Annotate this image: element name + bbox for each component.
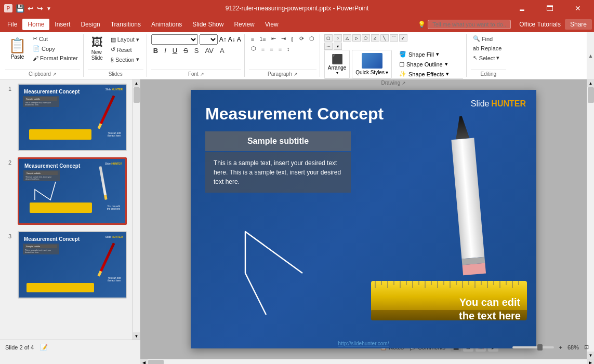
quick-access-redo[interactable]: ↪ bbox=[37, 4, 43, 12]
menu-file[interactable]: File bbox=[2, 19, 22, 30]
new-slide-button[interactable]: 🖼 NewSlide bbox=[88, 34, 107, 62]
copy-button[interactable]: 📄 Copy bbox=[31, 44, 80, 53]
bullets-button[interactable]: ≡ bbox=[249, 34, 256, 43]
slide-url[interactable]: http://slidehunter.com/ bbox=[191, 341, 536, 346]
slide-thumb-2[interactable]: 2 Measurement Concept Slide HUNTER Sampl… bbox=[0, 153, 133, 227]
format-painter-button[interactable]: 🖌 Format Painter bbox=[31, 54, 80, 62]
italic-button[interactable]: I bbox=[162, 46, 168, 56]
main-scroll-up[interactable]: ▲ bbox=[587, 79, 594, 87]
quick-access-customize[interactable]: ▼ bbox=[46, 6, 51, 11]
shape-btn-8[interactable]: ⌒ bbox=[390, 34, 398, 42]
shape-outline-icon: ▢ bbox=[399, 61, 404, 68]
shape-btn-2[interactable]: ○ bbox=[334, 34, 342, 42]
shape-btn-1[interactable]: ▢ bbox=[324, 34, 333, 42]
slide-thumb-1[interactable]: 1 Measurement Concept Slide HUNTER Sampl… bbox=[0, 79, 133, 153]
shape-btn-4[interactable]: ▷ bbox=[352, 34, 361, 42]
menu-home[interactable]: Home bbox=[22, 19, 49, 30]
menu-view[interactable]: View bbox=[260, 19, 284, 30]
font-spacing-button[interactable]: AV bbox=[203, 46, 216, 56]
main-scroll-thumb[interactable] bbox=[588, 87, 594, 103]
text-direction-button[interactable]: ⟳ bbox=[297, 34, 306, 43]
replace-button[interactable]: ab Replace bbox=[471, 44, 504, 52]
menu-animations[interactable]: Animations bbox=[146, 19, 187, 30]
shape-btn-5[interactable]: ⬡ bbox=[362, 34, 370, 42]
shape-effects-button[interactable]: ✨ Shape Effects ▾ bbox=[397, 70, 451, 78]
font-size-select[interactable] bbox=[200, 34, 218, 45]
quick-access-save[interactable]: 💾 bbox=[16, 4, 24, 12]
zoom-in-button[interactable]: + bbox=[559, 344, 562, 350]
justify-button[interactable]: ≡ bbox=[276, 44, 284, 53]
quick-styles-button[interactable]: Quick Styles ▾ bbox=[352, 50, 392, 78]
font-family-select[interactable] bbox=[151, 34, 198, 45]
slide-image-1[interactable]: Measurement Concept Slide HUNTER Sample … bbox=[18, 84, 127, 151]
bold-button[interactable]: B bbox=[151, 46, 160, 56]
panel-scroll-thumb[interactable] bbox=[134, 87, 140, 103]
shape-expand[interactable]: ▾ bbox=[334, 43, 342, 50]
slide-edit-text[interactable]: You can edit the text here bbox=[459, 295, 521, 322]
new-slide-icon: 🖼 bbox=[91, 36, 103, 49]
shape-btn-7[interactable]: ╲ bbox=[380, 34, 389, 42]
menu-transitions[interactable]: Transitions bbox=[105, 19, 146, 30]
ribbon-group-editing: 🔍 Find ab Replace ↖ Select ▾ Editing bbox=[468, 34, 509, 77]
shape-btn-6[interactable]: ⊿ bbox=[371, 34, 379, 42]
panel-scroll-up[interactable]: ▲ bbox=[133, 79, 140, 87]
zoom-slider[interactable] bbox=[512, 346, 554, 348]
align-left-button[interactable]: ⬡ bbox=[249, 44, 258, 53]
clear-format-button[interactable]: A bbox=[237, 36, 241, 43]
shape-fill-button[interactable]: 🪣 Shape Fill ▾ bbox=[397, 50, 451, 59]
panel-scroll-down[interactable]: ▼ bbox=[133, 332, 140, 340]
select-button[interactable]: ↖ Select ▾ bbox=[471, 53, 502, 62]
menu-review[interactable]: Review bbox=[229, 19, 259, 30]
shape-btn-10[interactable]: ⋯ bbox=[324, 43, 333, 50]
menu-insert[interactable]: Insert bbox=[49, 19, 75, 30]
search-input[interactable] bbox=[428, 20, 511, 29]
align-right-button[interactable]: ≡ bbox=[268, 44, 275, 53]
slide-main[interactable]: Measurement Concept Slide HUNTER Sample … bbox=[140, 79, 587, 359]
slide-image-2[interactable]: Measurement Concept Slide HUNTER Sample … bbox=[18, 157, 127, 225]
strikethrough-button[interactable]: S bbox=[181, 46, 190, 56]
fit-slide-button[interactable]: ⊡ bbox=[584, 344, 589, 350]
shape-outline-button[interactable]: ▢ Shape Outline ▾ bbox=[397, 60, 451, 69]
numbering-button[interactable]: 1≡ bbox=[257, 34, 268, 43]
office-tutorials-link[interactable]: Office Tutorials bbox=[519, 21, 561, 28]
slide-thumb-3[interactable]: 3 Measurement Concept Slide HUNTER Sampl… bbox=[0, 227, 133, 301]
main-scroll-track bbox=[587, 87, 594, 352]
font-color-button[interactable]: A bbox=[218, 46, 227, 56]
section-button[interactable]: § Section ▾ bbox=[109, 55, 141, 64]
main-hscroll-left[interactable]: ◀ bbox=[140, 359, 148, 365]
zoom-thumb[interactable] bbox=[537, 344, 543, 350]
slide-image-3[interactable]: Measurement Concept Slide HUNTER Sample … bbox=[18, 231, 127, 299]
quick-access-undo[interactable]: ↩ bbox=[28, 4, 34, 12]
slide-canvas[interactable]: Measurement Concept Slide HUNTER Sample … bbox=[191, 90, 536, 348]
line-spacing-button[interactable]: ↕ bbox=[285, 44, 292, 53]
menu-slide-show[interactable]: Slide Show bbox=[187, 19, 229, 30]
convert-to-smartart-button[interactable]: ⬡ bbox=[307, 34, 316, 43]
layout-button[interactable]: ▤ Layout ▾ bbox=[109, 35, 141, 44]
main-scroll-down[interactable]: ▼ bbox=[587, 352, 594, 359]
increase-indent-button[interactable]: ⇥ bbox=[279, 34, 288, 43]
menu-design[interactable]: Design bbox=[75, 19, 105, 30]
collapse-ribbon-button[interactable]: ▲ bbox=[587, 32, 594, 79]
maximize-button[interactable]: 🗖 bbox=[538, 0, 562, 17]
paste-button[interactable]: 📋 Paste bbox=[5, 35, 30, 62]
decrease-indent-button[interactable]: ⇤ bbox=[269, 34, 278, 43]
shadow-button[interactable]: S bbox=[192, 46, 201, 56]
underline-button[interactable]: U bbox=[170, 46, 179, 56]
cut-button[interactable]: ✂ Cut bbox=[31, 34, 80, 43]
arrange-button[interactable]: ⬛ Arrange ▾ bbox=[324, 50, 350, 78]
shape-btn-3[interactable]: △ bbox=[343, 34, 351, 42]
main-hscroll-thumb[interactable] bbox=[148, 360, 164, 364]
minimize-button[interactable]: 🗕 bbox=[510, 0, 534, 17]
find-button[interactable]: 🔍 Find bbox=[471, 34, 495, 43]
font-size-up-button[interactable]: A↑ bbox=[219, 36, 227, 43]
close-button[interactable]: ✕ bbox=[566, 0, 590, 17]
share-button[interactable]: Share bbox=[565, 19, 592, 30]
font-size-down-button[interactable]: A↓ bbox=[228, 36, 235, 43]
slide-body-text[interactable]: This is a sample text, insert your desir… bbox=[205, 152, 351, 193]
align-center-button[interactable]: ≡ bbox=[259, 44, 267, 53]
reset-button[interactable]: ↺ Reset bbox=[109, 45, 141, 54]
slide-subtitle-box[interactable]: Sample subtitle bbox=[205, 131, 351, 151]
columns-button[interactable]: ⫿ bbox=[289, 34, 296, 43]
main-hscroll-right[interactable]: ▶ bbox=[587, 359, 594, 365]
shape-btn-9[interactable]: ↙ bbox=[399, 34, 407, 42]
